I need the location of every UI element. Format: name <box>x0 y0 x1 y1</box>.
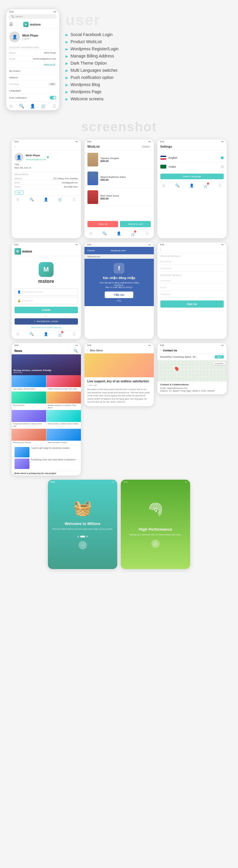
password-input[interactable]: 🔒 Password <box>14 297 78 304</box>
ss-status-2: 9:41 ▪▪▪ <box>84 140 154 144</box>
big-logo-icon: M <box>39 262 54 277</box>
search-icon-2[interactable]: 🔍 <box>102 231 107 237</box>
next-arrow-button[interactable]: → <box>78 541 87 549</box>
hamburger-icon[interactable]: ☰ <box>9 22 13 27</box>
ss-signal-4: ▪▪▪ <box>75 244 78 246</box>
email-reg-input[interactable]: Email <box>160 285 224 290</box>
search-icon-4[interactable]: 🔍 <box>29 332 34 337</box>
wishlist-row[interactable]: WishList (3) <box>6 62 59 68</box>
blog-card-7[interactable]: Running more services <box>11 429 46 445</box>
home-icon-1[interactable]: ⊞ <box>16 197 19 202</box>
back-button[interactable]: ‹ <box>14 145 15 148</box>
english-radio[interactable] <box>221 156 224 159</box>
welcome-dots <box>77 536 88 537</box>
search-nav-icon[interactable]: 🔍 <box>19 104 24 108</box>
blog-card-5[interactable]: 4 important methods to keep servers safe <box>11 410 46 429</box>
home-nav-icon[interactable]: ⊞ <box>9 104 13 108</box>
search-placeholder: Search <box>15 15 23 18</box>
article-back-button[interactable]: ‹ <box>88 349 88 352</box>
username-reg-input[interactable]: username <box>160 278 224 284</box>
cart-badge-3[interactable]: 🛒 3 <box>204 183 208 189</box>
profile-icon-1[interactable]: 👤 <box>44 197 48 202</box>
blog-card-3[interactable]: Strong servers <box>11 392 46 410</box>
signup-link-text[interactable]: Sign Up <box>54 327 61 329</box>
menu-icon-3[interactable]: ☰ <box>218 183 222 189</box>
name-value: Minh Pham <box>44 52 56 54</box>
login-button[interactable]: LOGIN <box>14 307 78 313</box>
home-icon-2[interactable]: ⊞ <box>89 231 92 237</box>
push-toggle[interactable] <box>50 96 56 99</box>
cart-icon-2: 🛒 <box>131 232 135 237</box>
home-icon-4[interactable]: ⊞ <box>16 332 19 337</box>
cart-badge-2[interactable]: 🛒 3 <box>131 231 135 237</box>
fb-cancel-link[interactable]: Hủy <box>117 299 122 302</box>
cart-nav-icon[interactable]: 🛒 <box>41 104 46 108</box>
open-button[interactable]: Open <box>215 355 224 359</box>
add-all-to-cart-button[interactable]: Add all to cart <box>120 221 151 227</box>
languages-item[interactable]: Languages <box>6 88 59 94</box>
fb-continue-button[interactable]: Tiếp tục <box>105 291 133 298</box>
blog-card-8[interactable]: New innovation, number <box>46 429 81 445</box>
name-row: Name Minh Pham <box>6 50 59 56</box>
menu-icon-1[interactable]: ☰ <box>73 197 76 202</box>
first-name-input[interactable]: First Name <box>160 259 224 265</box>
last-name-input[interactable]: Last Name <box>160 266 224 272</box>
facebook-login-button[interactable]: f FACEBOOK LOGIN <box>14 318 78 324</box>
search-icon-3[interactable]: 🔍 <box>175 183 180 189</box>
menu-icon-2[interactable]: ☰ <box>145 231 149 237</box>
check-button[interactable]: ✓ <box>151 539 160 548</box>
wishlist-item-2: Ripped Boyfriend Jeans $30.00 <box>84 169 154 188</box>
email-detail-label: Email <box>14 182 20 184</box>
feature-7: ▶ Push notification option <box>65 75 232 80</box>
profile-icon-2[interactable]: 👤 <box>116 231 121 237</box>
article-screen: 9:41 ▪▪▪ ‹ Bon Store Live support, key o… <box>84 343 154 406</box>
cart-icon-3: 🛒 <box>204 184 208 188</box>
cart-icon-1[interactable]: 🛒 <box>58 197 63 202</box>
footer-text-1: I want to get ready for a business locat… <box>31 447 78 457</box>
edit-button[interactable]: Edit <box>14 191 24 194</box>
cart-badge-4[interactable]: 🛒 3 <box>58 332 63 337</box>
profile-phone: 7000 <box>14 163 78 166</box>
profile-icon-4[interactable]: 👤 <box>44 332 48 337</box>
blog-search-icon[interactable]: 🔍 <box>73 349 78 353</box>
password-reg-input[interactable]: Password <box>160 291 224 298</box>
search-bar[interactable]: 🔍 Search <box>9 14 57 19</box>
account-details-label: Account Details <box>158 273 227 277</box>
profile-nav-icon[interactable]: 👤 <box>30 104 35 108</box>
profile-icon-3[interactable]: 👤 <box>190 183 194 189</box>
push-label: Push notification <box>9 96 27 99</box>
arrow-icon-4: ▶ <box>65 54 68 58</box>
fb-logo-letter: f <box>118 265 120 272</box>
blog-card-1[interactable]: Live support, all of providers <box>11 375 46 391</box>
account-info-label: ACCOUNT INFORMATIONS <box>6 45 59 50</box>
register-back-button[interactable]: ‹ <box>160 248 161 251</box>
search-icon-1[interactable]: 🔍 <box>29 197 34 202</box>
feature-label-3: Wordpress Register/Login <box>70 46 119 51</box>
lock-input-icon: 🔒 <box>17 299 21 302</box>
username-input[interactable]: 👤 Username or email <box>14 288 78 296</box>
english-lang-item[interactable]: English <box>158 153 227 162</box>
menu-nav-icon[interactable]: ☰ <box>53 104 56 108</box>
contact-header: ‹ Contact Us <box>158 347 227 353</box>
signup-button[interactable]: Sign Up <box>160 301 224 308</box>
fb-url-bar: facebook.com <box>84 254 154 259</box>
blog-card-6[interactable]: How to make a customer feel a relation <box>46 410 81 429</box>
arabic-radio[interactable] <box>221 165 224 168</box>
clear-all-button[interactable]: Clean All <box>88 221 118 227</box>
arabic-lang-item[interactable]: Arabic <box>158 162 227 171</box>
push-item[interactable]: Push notification <box>6 94 59 101</box>
feature-label-5: Dark Theme Option <box>70 61 107 65</box>
blog-card-text-1: Live support, all of providers <box>11 387 46 391</box>
menu-icon-4[interactable]: ☰ <box>73 332 76 337</box>
home-icon-3[interactable]: ⊞ <box>162 183 165 189</box>
blog-card-2[interactable]: Traffic control top by New-York Cable <box>46 375 81 391</box>
address-item[interactable]: Address <box>6 74 59 81</box>
feature-label-9: Wordpress Page <box>70 89 101 94</box>
switch-language-button[interactable]: Switch Language <box>160 174 224 179</box>
orders-item[interactable]: My Orders <box>6 68 59 74</box>
login-logo-icon: M <box>14 248 21 255</box>
contact-back-button[interactable]: ‹ <box>160 349 161 352</box>
cancel-button[interactable]: Cancel <box>88 249 95 252</box>
blog-card-4[interactable]: Weekly meeting in companies Think Room <box>46 392 81 410</box>
facebook-oauth-screen: 9:41 ▪▪▪ Cancel facebook.com facebook.co… <box>84 242 154 339</box>
